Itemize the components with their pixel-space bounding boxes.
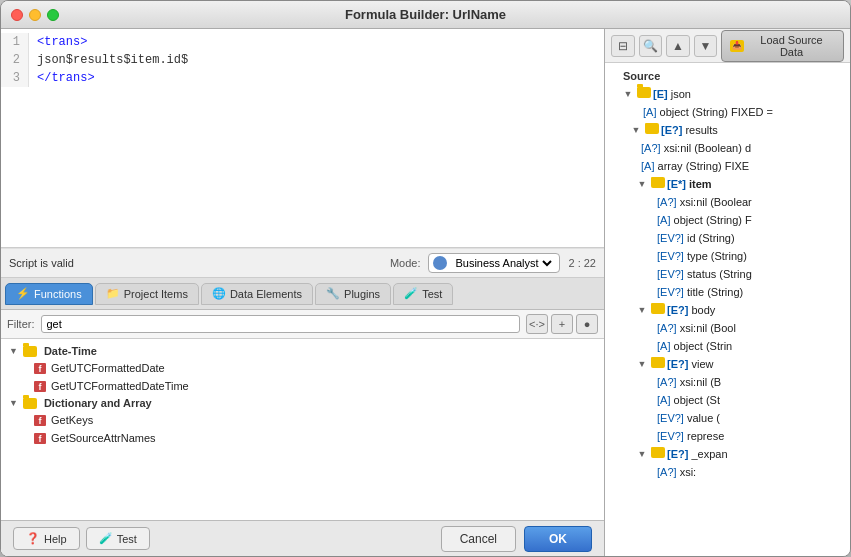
tree-container[interactable]: Source ▼ [E] json [A] object (String) FI… (605, 63, 850, 556)
tab-plugins-label: Plugins (344, 288, 380, 300)
tree-label-expan-xsi: [A?] xsi: (657, 464, 696, 480)
search-tree-button[interactable]: 🔍 (639, 35, 663, 57)
functions-list: ▼ Date-Time f GetUTCFormattedDate (1, 339, 604, 520)
fn-item-getkeys[interactable]: f GetKeys (1, 411, 604, 429)
fn-group-datetime-label: Date-Time (44, 345, 97, 357)
tree-node-expan-xsi[interactable]: [A?] xsi: (605, 463, 850, 481)
tab-project-items[interactable]: 📁 Project Items (95, 283, 199, 305)
close-button[interactable] (11, 9, 23, 21)
tree-node-item[interactable]: ▼ [E*] item (605, 175, 850, 193)
tree-label-source: Source (623, 68, 660, 84)
footer: ❓ Help 🧪 Test Cancel OK (1, 520, 604, 556)
tree-node-view-represe[interactable]: [EV?] represe (605, 427, 850, 445)
tree-label-body-xsinil: [A?] xsi:nil (Bool (657, 320, 736, 336)
tab-data-elements-label: Data Elements (230, 288, 302, 300)
tree-node-results-xsinil[interactable]: [A?] xsi:nil (Boolean) d (605, 139, 850, 157)
tree-node-view-value[interactable]: [EV?] value ( (605, 409, 850, 427)
nav-down-button[interactable]: ▼ (694, 35, 718, 57)
tree-node-body-xsinil[interactable]: [A?] xsi:nil (Bool (605, 319, 850, 337)
mode-select-wrapper[interactable]: Business Analyst Expert (428, 253, 560, 273)
tree-toggle-json: ▼ (621, 86, 635, 102)
tree-toggle-item: ▼ (635, 176, 649, 192)
fn-item-label-2: GetUTCFormattedDateTime (51, 380, 189, 392)
fn-group-dictarray[interactable]: ▼ Dictionary and Array (1, 395, 604, 411)
test-icon: 🧪 (99, 532, 113, 545)
fn-item-label-4: GetSourceAttrNames (51, 432, 156, 444)
fn-item-getsourceattrnames[interactable]: f GetSourceAttrNames (1, 429, 604, 447)
tree-label-json-a: [A] object (String) FIXED = (643, 104, 773, 120)
fn-item-getutcformatteddatetime[interactable]: f GetUTCFormattedDateTime (1, 377, 604, 395)
tree-label-body: [E?] body (667, 302, 715, 318)
fn-group-json-icon (637, 86, 651, 102)
tree-node-body-object[interactable]: [A] object (Strin (605, 337, 850, 355)
tree-node-item-xsinil[interactable]: [A?] xsi:nil (Boolear (605, 193, 850, 211)
tree-label-item: [E*] item (667, 176, 712, 192)
ok-button[interactable]: OK (524, 526, 592, 552)
editor-area[interactable]: 1 <trans> 2 json$results$item.id$ 3 </tr… (1, 29, 604, 248)
tab-test-label: Test (422, 288, 442, 300)
fn-item-icon-2: f (33, 379, 47, 393)
tree-node-results-array[interactable]: [A] array (String) FIXE (605, 157, 850, 175)
tree-node-item-id[interactable]: [EV?] id (String) (605, 229, 850, 247)
fn-group-datetime-arrow: ▼ (9, 346, 18, 356)
tree-node-body[interactable]: ▼ [E?] body (605, 301, 850, 319)
help-icon: ❓ (26, 532, 40, 545)
tree-toggle-view: ▼ (635, 356, 649, 372)
functions-tab-icon: ⚡ (16, 287, 30, 301)
fn-group-dictarray-label: Dictionary and Array (44, 397, 152, 409)
tree-node-item-title[interactable]: [EV?] title (String) (605, 283, 850, 301)
fn-group-datetime[interactable]: ▼ Date-Time (1, 343, 604, 359)
filter-add-btn[interactable]: + (551, 314, 573, 334)
test-button[interactable]: 🧪 Test (86, 527, 150, 550)
tree-label-results-xsinil: [A?] xsi:nil (Boolean) d (641, 140, 751, 156)
plugins-tab-icon: 🔧 (326, 287, 340, 301)
tree-node-view-object[interactable]: [A] object (St (605, 391, 850, 409)
collapse-all-button[interactable]: ⊟ (611, 35, 635, 57)
line-content-2: json$results$item.id$ (29, 51, 188, 69)
editor-line-2: 2 json$results$item.id$ (1, 51, 604, 69)
minimize-button[interactable] (29, 9, 41, 21)
fn-group-datetime-icon (22, 345, 38, 357)
tree-toolbar: ⊟ 🔍 ▲ ▼ 📥 Load Source Data (605, 29, 850, 63)
tree-label-results-array: [A] array (String) FIXE (641, 158, 749, 174)
tree-node-results[interactable]: ▼ [E?] results (605, 121, 850, 139)
window: Formula Builder: UrlName 1 <trans> 2 jso… (0, 0, 851, 557)
tab-data-elements[interactable]: 🌐 Data Elements (201, 283, 313, 305)
filter-more-btn[interactable]: ● (576, 314, 598, 334)
cancel-button[interactable]: Cancel (441, 526, 516, 552)
tree-node-json[interactable]: ▼ [E] json (605, 85, 850, 103)
filter-input[interactable] (41, 315, 521, 333)
tree-node-item-status[interactable]: [EV?] status (String (605, 265, 850, 283)
tree-node-view[interactable]: ▼ [E?] view (605, 355, 850, 373)
fn-group-dictarray-arrow: ▼ (9, 398, 18, 408)
tab-functions[interactable]: ⚡ Functions (5, 283, 93, 305)
filter-actions: <·> + ● (526, 314, 598, 334)
nav-up-button[interactable]: ▲ (666, 35, 690, 57)
tree-node-source[interactable]: Source (605, 67, 850, 85)
tree-label-item-type: [EV?] type (String) (657, 248, 747, 264)
traffic-lights (11, 9, 59, 21)
tree-node-view-xsinil[interactable]: [A?] xsi:nil (B (605, 373, 850, 391)
tree-node-item-type[interactable]: [EV?] type (String) (605, 247, 850, 265)
fn-group-results-icon (645, 122, 659, 138)
tree-node-item-object[interactable]: [A] object (String) F (605, 211, 850, 229)
tree-label-body-object: [A] object (Strin (657, 338, 732, 354)
filter-prev-btn[interactable]: <·> (526, 314, 548, 334)
fn-item-getutcformatteddate[interactable]: f GetUTCFormattedDate (1, 359, 604, 377)
tree-node-json-a-object[interactable]: [A] object (String) FIXED = (605, 103, 850, 121)
fn-item-icon-1: f (33, 361, 47, 375)
tab-plugins[interactable]: 🔧 Plugins (315, 283, 391, 305)
editor-line-1: 1 <trans> (1, 33, 604, 51)
mode-select[interactable]: Business Analyst Expert (451, 256, 555, 270)
help-button[interactable]: ❓ Help (13, 527, 80, 550)
tab-test[interactable]: 🧪 Test (393, 283, 453, 305)
load-source-button[interactable]: 📥 Load Source Data (721, 30, 844, 62)
status-bar: Script is valid Mode: Business Analyst E… (1, 248, 604, 278)
fn-item-label-1: GetUTCFormattedDate (51, 362, 165, 374)
filter-label: Filter: (7, 318, 35, 330)
maximize-button[interactable] (47, 9, 59, 21)
fn-group-expan-icon (651, 446, 665, 462)
tree-node-expan[interactable]: ▼ [E?] _expan (605, 445, 850, 463)
tree-label-item-status: [EV?] status (String (657, 266, 752, 282)
footer-left: ❓ Help 🧪 Test (13, 527, 433, 550)
